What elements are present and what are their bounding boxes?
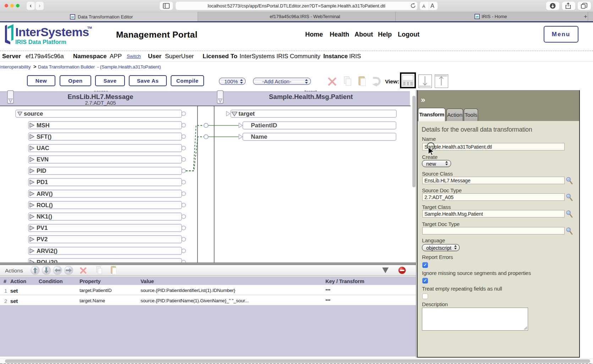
svg-text:Sample.Health.Msg.Patient: Sample.Health.Msg.Patient <box>269 93 353 100</box>
svg-text:Name: Name <box>251 133 267 140</box>
svg-text:TM: TM <box>87 26 92 29</box>
svg-text:PD1: PD1 <box>37 179 48 185</box>
svg-text:UAC: UAC <box>37 145 49 151</box>
svg-text:PID: PID <box>37 167 46 174</box>
svg-text:2.7:ADT_A05: 2.7:ADT_A05 <box>85 100 116 106</box>
svg-text:EnsLib.HL7.Message: EnsLib.HL7.Message <box>67 93 133 100</box>
svg-text:NK1(): NK1() <box>37 213 52 220</box>
svg-text:InterSystems: InterSystems <box>15 25 89 39</box>
svg-text:IR: IR <box>476 15 479 18</box>
svg-text:ROL(): ROL() <box>37 202 53 208</box>
svg-text:SFT(): SFT() <box>37 133 51 140</box>
svg-text:EVN: EVN <box>37 156 49 162</box>
svg-text:ARVi2(): ARVi2() <box>37 248 57 254</box>
svg-text:IRIS Data Platform: IRIS Data Platform <box>15 39 66 45</box>
svg-text:source: source <box>24 110 43 117</box>
svg-text:ARV(): ARV() <box>37 191 53 197</box>
svg-text:PV1: PV1 <box>37 225 48 231</box>
svg-text:target: target <box>238 110 255 117</box>
svg-text:IR: IR <box>71 16 74 19</box>
svg-text:MSH: MSH <box>37 122 50 128</box>
svg-text:ROLi2(): ROLi2() <box>37 259 58 263</box>
svg-text:PV2: PV2 <box>37 236 48 242</box>
svg-text:PatientID: PatientID <box>251 122 277 129</box>
